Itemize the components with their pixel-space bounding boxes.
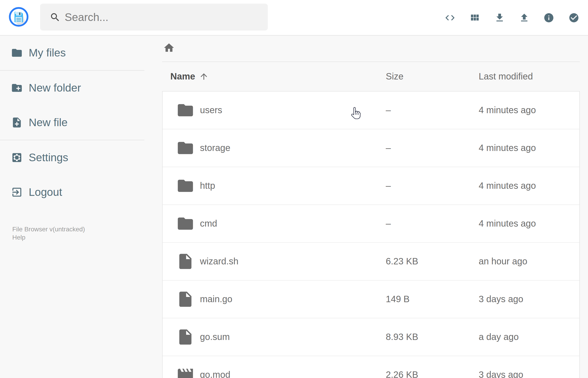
file-size: –	[386, 105, 391, 115]
folder-icon	[176, 101, 194, 119]
video-icon	[176, 366, 194, 378]
file-size: 6.23 KB	[386, 256, 418, 267]
settings-icon	[11, 152, 23, 163]
filebrowser-logo[interactable]	[9, 7, 29, 27]
file-modified: 4 minutes ago	[479, 143, 536, 153]
file-row-wizard.sh[interactable]: wizard.sh6.23 KBan hour ago	[163, 243, 579, 281]
file-modified: 3 days ago	[479, 294, 523, 304]
folder-icon	[176, 215, 194, 233]
column-header-size[interactable]: Size	[386, 71, 403, 82]
raw-view-button[interactable]	[438, 0, 463, 35]
file-row-main.go[interactable]: main.go149 B3 days ago	[163, 281, 579, 318]
file-row-users[interactable]: users–4 minutes ago	[163, 92, 579, 129]
info-button[interactable]	[537, 0, 561, 35]
sidebar-item-new-file[interactable]: New file	[0, 105, 144, 140]
search-bar	[40, 4, 268, 30]
new-folder-icon	[11, 82, 23, 94]
file-row-http[interactable]: http–4 minutes ago	[163, 167, 579, 205]
file-size: –	[386, 218, 391, 229]
arrow-up-icon	[199, 72, 209, 81]
file-listing: users–4 minutes agostorage–4 minutes ago…	[162, 91, 580, 378]
version-link[interactable]: File Browser v(untracked)	[12, 225, 144, 233]
file-icon	[176, 252, 194, 270]
sidebar-footer: File Browser v(untracked) Help	[0, 225, 144, 241]
sidebar: My filesNew folderNew fileSettingsLogout…	[0, 36, 144, 378]
file-size: 2.26 KB	[386, 370, 418, 378]
file-name: users	[200, 105, 222, 115]
sidebar-item-label: Settings	[29, 151, 68, 164]
download-button[interactable]	[487, 0, 512, 35]
column-header-modified[interactable]: Last modified	[479, 71, 533, 82]
file-name: main.go	[200, 294, 232, 304]
listing-header: Name Size Last modified	[162, 62, 580, 91]
folder-icon	[176, 177, 194, 195]
file-modified: 4 minutes ago	[479, 181, 536, 191]
sidebar-item-label: Logout	[29, 186, 62, 199]
sidebar-item-settings[interactable]: Settings	[0, 140, 144, 175]
file-name: storage	[200, 143, 230, 153]
sidebar-item-label: New folder	[29, 81, 81, 94]
sidebar-item-logout[interactable]: Logout	[0, 175, 144, 209]
sidebar-nav: My filesNew folderNew fileSettingsLogout	[0, 36, 144, 209]
download-icon	[494, 12, 505, 23]
select-multiple-button[interactable]	[561, 0, 586, 35]
file-size: –	[386, 181, 391, 191]
code-icon	[444, 12, 455, 23]
home-icon	[163, 42, 175, 54]
folder-icon	[176, 139, 194, 157]
file-name: http	[200, 181, 215, 191]
check-circle-icon	[568, 12, 579, 23]
file-row-go.mod[interactable]: go.mod2.26 KB3 days ago	[163, 356, 579, 378]
file-icon	[176, 290, 194, 308]
top-bar	[0, 0, 588, 36]
info-icon	[544, 12, 555, 23]
file-modified: 4 minutes ago	[479, 105, 536, 115]
file-row-go.sum[interactable]: go.sum8.93 KBa day ago	[163, 318, 579, 356]
header-actions	[438, 0, 586, 35]
file-size: 149 B	[386, 294, 410, 304]
file-size: –	[386, 143, 391, 153]
help-link[interactable]: Help	[12, 233, 144, 241]
sidebar-item-label: My files	[29, 46, 66, 59]
column-header-name[interactable]: Name	[170, 71, 209, 82]
breadcrumb-home-button[interactable]	[160, 39, 178, 56]
search-input[interactable]	[40, 4, 268, 30]
file-name: cmd	[200, 218, 217, 229]
filebrowser-app: My filesNew folderNew fileSettingsLogout…	[0, 0, 588, 378]
logout-icon	[11, 186, 23, 198]
switch-view-button[interactable]	[463, 0, 487, 35]
view-module-icon	[469, 12, 480, 23]
upload-icon	[519, 12, 530, 23]
file-row-storage[interactable]: storage–4 minutes ago	[163, 129, 579, 167]
file-row-cmd[interactable]: cmd–4 minutes ago	[163, 205, 579, 243]
sidebar-item-my-files[interactable]: My files	[0, 36, 144, 70]
file-icon	[176, 328, 194, 346]
sidebar-item-new-folder[interactable]: New folder	[0, 71, 144, 105]
file-name: go.mod	[200, 370, 230, 378]
file-modified: 3 days ago	[479, 370, 523, 378]
file-size: 8.93 KB	[386, 332, 418, 342]
file-name: go.sum	[200, 332, 230, 342]
folder-icon	[11, 47, 23, 59]
floppy-disk-logo-icon	[9, 7, 29, 27]
upload-button[interactable]	[512, 0, 537, 35]
column-name-label: Name	[170, 71, 195, 82]
new-file-icon	[11, 117, 23, 128]
file-modified: a day ago	[479, 332, 519, 342]
file-modified: 4 minutes ago	[479, 218, 536, 229]
file-modified: an hour ago	[479, 256, 527, 267]
sidebar-item-label: New file	[29, 116, 68, 129]
file-name: wizard.sh	[200, 256, 239, 267]
